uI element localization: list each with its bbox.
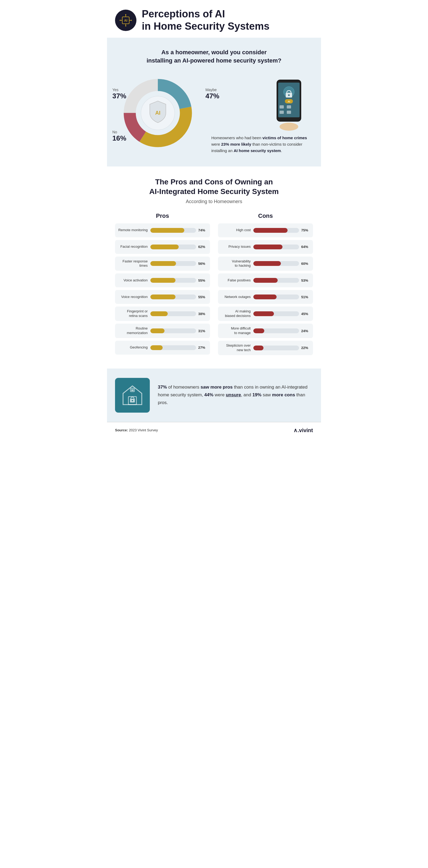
cons-bars: High cost 75% Privacy issues 64% Vulnera… <box>218 223 313 355</box>
svg-rect-22 <box>287 105 291 108</box>
con-bar-label: More difficult to manage <box>221 326 253 335</box>
yes-label: Yes 37% <box>112 88 126 100</box>
pro-bar-fill <box>150 329 165 333</box>
pro-bar-track <box>150 261 196 266</box>
con-bar-item: Skepticism over new tech 22% <box>218 341 313 355</box>
pro-bar-fill <box>150 261 176 266</box>
con-bar-item: False positives 53% <box>218 273 313 287</box>
con-bar-pct: 24% <box>301 329 310 333</box>
proscons-title: The Pros and Cons of Owning an AI-Integr… <box>115 177 313 197</box>
pro-bar-fill <box>150 228 184 233</box>
pro-bar-track <box>150 245 196 249</box>
pro-bar-item: Voice recognition 55% <box>115 290 210 304</box>
pro-bar-item: Remote monitoring 74% <box>115 223 210 237</box>
con-bar-track <box>253 261 299 266</box>
page-header: AI Perceptions of AI in Home Security Sy… <box>107 0 321 38</box>
con-bar-label: Skepticism over new tech <box>221 343 253 352</box>
pros-column: Pros Remote monitoring 74% Facial recogn… <box>115 213 210 358</box>
con-bar-track <box>253 278 299 283</box>
con-bar-fill <box>253 311 274 316</box>
pro-bar-label: Remote monitoring <box>118 228 150 232</box>
con-bar-track <box>253 245 299 249</box>
con-bar-label: Network outages <box>221 295 253 299</box>
svg-point-27 <box>280 123 298 131</box>
svg-text:AI: AI <box>288 100 290 103</box>
cons-header: Cons <box>218 213 313 219</box>
con-bar-track <box>253 311 299 316</box>
con-bar-item: High cost 75% <box>218 223 313 237</box>
page-title: Perceptions of AI in Home Security Syste… <box>142 8 269 32</box>
pro-bar-fill <box>150 278 175 283</box>
svg-rect-24 <box>287 111 291 114</box>
svg-text:AI: AI <box>155 110 161 116</box>
con-bar-label: False positives <box>221 278 253 283</box>
svg-point-20 <box>288 94 290 96</box>
pro-bar-pct: 56% <box>198 261 207 266</box>
bottom-icon-box: AI <box>115 378 150 413</box>
con-bar-fill <box>253 261 281 266</box>
con-bar-item: More difficult to manage 24% <box>218 323 313 338</box>
pro-bar-fill <box>150 311 168 316</box>
pro-bar-label: Routine memorization <box>118 326 150 335</box>
con-bar-fill <box>253 278 278 283</box>
cons-column: Cons High cost 75% Privacy issues 64% Vu… <box>218 213 313 358</box>
svg-point-6 <box>125 14 126 15</box>
con-bar-pct: 22% <box>301 346 310 350</box>
svg-point-30 <box>132 400 133 401</box>
pro-bar-pct: 38% <box>198 312 207 316</box>
bottom-stat-section: AI 37% of homeowners saw more pros than … <box>107 369 321 422</box>
bottom-stat-text: 37% of homeowners saw more pros than con… <box>158 383 313 407</box>
pro-bar-pct: 31% <box>198 329 207 333</box>
con-bar-fill <box>253 245 283 249</box>
page-footer: Source: 2023 Vivint Survey ∧.vivint <box>107 422 321 438</box>
con-bar-track <box>253 345 299 350</box>
svg-point-8 <box>120 20 121 21</box>
con-bar-pct: 51% <box>301 295 310 299</box>
pro-bar-item: Fingerprint or retina scans 38% <box>115 307 210 321</box>
proscons-subtitle: According to Homeowners <box>115 199 313 205</box>
pros-bars: Remote monitoring 74% Facial recognition… <box>115 223 210 354</box>
survey-stat: Homeowners who had been victims of home … <box>211 135 310 154</box>
pro-bar-item: Routine memorization 31% <box>115 323 210 338</box>
con-bar-pct: 45% <box>301 312 310 316</box>
pro-bar-fill <box>150 294 175 299</box>
proscons-grid: Pros Remote monitoring 74% Facial recogn… <box>115 213 313 358</box>
con-bar-pct: 64% <box>301 245 310 249</box>
con-bar-pct: 75% <box>301 228 310 232</box>
con-bar-fill <box>253 329 264 333</box>
con-bar-track <box>253 329 299 333</box>
pro-bar-label: Geofencing <box>118 345 150 350</box>
pro-bar-pct: 55% <box>198 295 207 299</box>
pro-bar-label: Facial recognition <box>118 245 150 249</box>
pro-bar-fill <box>150 245 179 249</box>
con-bar-fill <box>253 294 277 299</box>
survey-section: As a homeowner, would you consider insta… <box>107 38 321 166</box>
con-bar-pct: 60% <box>301 261 310 266</box>
pro-bar-track <box>150 294 196 299</box>
svg-point-9 <box>131 20 132 21</box>
svg-text:AI: AI <box>124 19 127 23</box>
pro-bar-fill <box>150 345 163 350</box>
con-bar-fill <box>253 345 263 350</box>
proscons-section: The Pros and Cons of Owning an AI-Integr… <box>107 166 321 369</box>
pros-header: Pros <box>115 213 210 219</box>
pro-bar-pct: 62% <box>198 245 207 249</box>
donut-svg: AI <box>118 73 198 153</box>
survey-question: As a homeowner, would you consider insta… <box>118 49 310 65</box>
con-bar-label: Privacy issues <box>221 245 253 249</box>
pro-bar-item: Voice activation 55% <box>115 273 210 287</box>
pro-bar-item: Geofencing 27% <box>115 341 210 354</box>
pro-bar-pct: 27% <box>198 345 207 349</box>
svg-point-7 <box>125 25 126 27</box>
svg-text:AI: AI <box>131 389 134 392</box>
con-bar-fill <box>253 228 288 233</box>
con-bar-track <box>253 294 299 299</box>
phone-illustration: AI <box>267 77 310 131</box>
con-bar-label: Vulnerability to hacking <box>221 259 253 268</box>
header-ai-icon: AI <box>115 10 136 31</box>
pro-bar-label: Voice recognition <box>118 295 150 299</box>
con-bar-item: Vulnerability to hacking 60% <box>218 256 313 271</box>
pro-bar-track <box>150 278 196 283</box>
maybe-label: Maybe 47% <box>205 88 219 100</box>
pro-bar-pct: 74% <box>198 228 207 232</box>
